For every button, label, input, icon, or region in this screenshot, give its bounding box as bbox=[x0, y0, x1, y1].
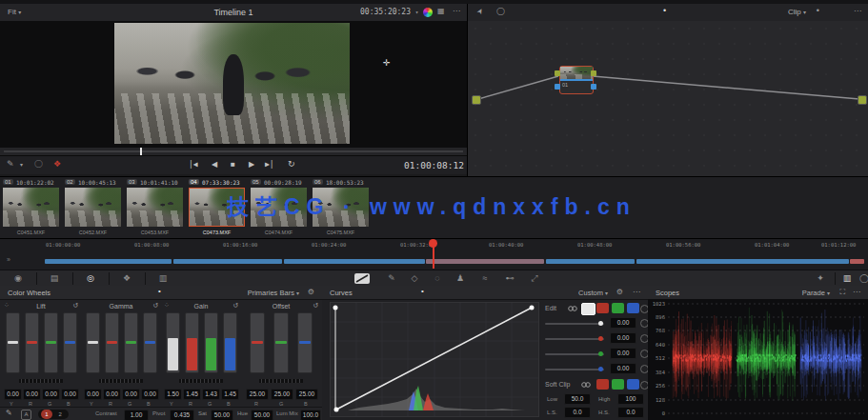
reset-icon[interactable]: ↺ bbox=[232, 302, 238, 309]
g-value-field[interactable]: 0.00 bbox=[610, 348, 636, 359]
settings-gear-icon[interactable]: ⚙ bbox=[308, 289, 314, 296]
split-screen-icon[interactable]: ❖ bbox=[53, 160, 61, 169]
scrub-playhead[interactable] bbox=[140, 148, 142, 155]
wheels-mode-select[interactable]: Primaries Bars ▾ bbox=[248, 289, 299, 297]
clip-thumbnail[interactable] bbox=[127, 188, 183, 227]
node-graph[interactable]: 01 bbox=[467, 21, 868, 176]
value-field[interactable]: 1.45 bbox=[183, 389, 201, 400]
clip-cell[interactable]: 02 10:00:45:13 C0452.MXF bbox=[63, 177, 123, 239]
grid-view-icon[interactable]: ▦ bbox=[437, 8, 445, 15]
timeline-clip-segment[interactable] bbox=[850, 259, 864, 264]
eyedropper-icon[interactable]: ✎ bbox=[7, 160, 14, 169]
timeline-clip-segment[interactable] bbox=[284, 259, 425, 264]
lightbox-icon[interactable]: ◯ bbox=[854, 273, 868, 283]
b-value-field[interactable]: 0.00 bbox=[610, 363, 636, 374]
node-rgb-in-port[interactable] bbox=[555, 70, 560, 76]
y-slider[interactable] bbox=[545, 323, 604, 325]
corrector-node[interactable]: 01 bbox=[559, 66, 594, 94]
r-value-field[interactable]: 0.00 bbox=[610, 332, 636, 344]
high-soft-field[interactable]: 0.0 bbox=[617, 407, 644, 418]
skip-start-button[interactable]: |◀ bbox=[189, 161, 198, 169]
timeline-clip-segment-selected[interactable] bbox=[426, 259, 544, 264]
b-slider-dot[interactable] bbox=[598, 367, 603, 371]
qualifier-icon[interactable]: ✎ bbox=[381, 273, 402, 283]
color-match-icon[interactable]: ▤ bbox=[44, 273, 65, 283]
curve-graph[interactable] bbox=[330, 302, 539, 417]
auto-badge-icon[interactable]: A bbox=[21, 410, 31, 420]
master-wheel-slider[interactable] bbox=[86, 377, 156, 385]
node-rgb-out-port[interactable] bbox=[591, 70, 596, 76]
soft-clip-r-button[interactable] bbox=[596, 379, 609, 390]
bars-group[interactable] bbox=[82, 312, 160, 373]
lum-mix-field[interactable]: 100.0 bbox=[300, 410, 321, 420]
value-field[interactable]: 1.43 bbox=[202, 389, 220, 400]
expand-icon[interactable]: ⛶ bbox=[839, 289, 845, 296]
clip-cell[interactable]: 01 10:01:22:02 C0451.MXF bbox=[1, 177, 61, 239]
edit-channel-b-button[interactable] bbox=[627, 303, 639, 313]
key-icon[interactable]: ⊷ bbox=[499, 273, 520, 283]
low-field[interactable]: 50.0 bbox=[564, 393, 591, 405]
camera-raw-icon[interactable]: ◉ bbox=[8, 273, 29, 283]
loop-button[interactable]: ↻ bbox=[288, 160, 295, 169]
y-value-field[interactable]: 0.00 bbox=[610, 317, 636, 329]
blur-icon[interactable]: ≈ bbox=[474, 273, 495, 283]
bars-group[interactable] bbox=[242, 312, 320, 373]
value-field[interactable]: 25.00 bbox=[295, 389, 318, 400]
value-field[interactable]: 25.00 bbox=[271, 389, 293, 400]
node-key-in-port[interactable] bbox=[555, 84, 560, 90]
motion-effects-icon[interactable]: ▥ bbox=[152, 273, 173, 283]
viewer-scrub-bar[interactable] bbox=[0, 148, 467, 155]
stereo-icon[interactable]: ✦ bbox=[810, 273, 831, 283]
timeline-expand-icon[interactable]: » bbox=[7, 256, 10, 263]
clip-cell[interactable]: 03 10:01:41:10 C0453.MXF bbox=[125, 177, 185, 239]
curves-icon[interactable] bbox=[354, 273, 370, 284]
play-button[interactable]: ▶ bbox=[249, 161, 254, 169]
tracker-icon[interactable]: ◌ bbox=[427, 273, 448, 283]
y-slider-dot[interactable] bbox=[598, 321, 603, 326]
more-options-icon[interactable]: ⋯ bbox=[453, 8, 460, 15]
color-wheel-icon[interactable] bbox=[423, 8, 433, 17]
stop-button[interactable]: ■ bbox=[231, 161, 235, 169]
node-output-port[interactable] bbox=[858, 95, 867, 105]
more-options-icon[interactable]: ⋯ bbox=[854, 8, 861, 15]
master-wheel-slider[interactable] bbox=[6, 377, 76, 385]
value-field[interactable]: 0.00 bbox=[103, 389, 121, 400]
g-slider[interactable] bbox=[545, 353, 604, 355]
g-slider-dot[interactable] bbox=[598, 351, 603, 356]
value-field[interactable]: 0.00 bbox=[42, 389, 60, 400]
link-icon[interactable] bbox=[581, 381, 591, 390]
pivot-field[interactable]: 0.435 bbox=[170, 410, 194, 420]
step-back-button[interactable]: ◀ bbox=[212, 161, 217, 169]
video-frame[interactable] bbox=[114, 23, 350, 144]
r-slider-dot[interactable] bbox=[598, 336, 603, 341]
settings-gear-icon[interactable]: ⚙ bbox=[616, 289, 623, 296]
clip-thumbnail[interactable] bbox=[3, 188, 59, 227]
pen-icon[interactable]: ✎ bbox=[6, 410, 12, 417]
mini-timeline[interactable]: » 01:00:00:00 01:00:08:00 01:00:16:00 01… bbox=[0, 238, 868, 270]
bars-group[interactable] bbox=[2, 312, 80, 373]
low-soft-field[interactable]: 0.0 bbox=[564, 407, 591, 418]
cursor-tool-icon[interactable]: ➤ bbox=[475, 7, 485, 16]
chevron-down-icon[interactable]: ▾ bbox=[20, 162, 23, 168]
hue-field[interactable]: 50.00 bbox=[251, 410, 273, 420]
master-wheel-slider[interactable] bbox=[166, 377, 236, 385]
page-toggle[interactable]: 1 2 bbox=[38, 410, 69, 419]
contrast-field[interactable]: 1.00 bbox=[124, 410, 149, 420]
magic-mask-icon[interactable]: ♟ bbox=[450, 273, 471, 283]
bars-group[interactable] bbox=[162, 312, 240, 373]
timeline-playhead-line[interactable] bbox=[433, 245, 434, 269]
reset-icon[interactable]: ↺ bbox=[152, 302, 158, 309]
b-slider[interactable] bbox=[545, 369, 604, 370]
value-field[interactable]: 0.00 bbox=[4, 389, 22, 400]
viewer-timecode-select[interactable]: 00:35:20:23 ▾ bbox=[360, 8, 418, 16]
rgb-mixer-icon[interactable]: ❖ bbox=[116, 273, 137, 283]
soft-clip-b-button[interactable] bbox=[627, 379, 639, 390]
link-icon[interactable] bbox=[568, 305, 577, 314]
timeline-clip-segment[interactable] bbox=[45, 259, 172, 264]
color-wheels-icon[interactable]: ◎ bbox=[80, 273, 101, 283]
edit-channel-g-button[interactable] bbox=[612, 303, 624, 313]
timeline-clip-segment[interactable] bbox=[173, 259, 282, 264]
value-field[interactable]: 0.00 bbox=[122, 389, 140, 400]
value-field[interactable]: 1.45 bbox=[221, 389, 239, 400]
page-2[interactable]: 2 bbox=[54, 410, 66, 419]
